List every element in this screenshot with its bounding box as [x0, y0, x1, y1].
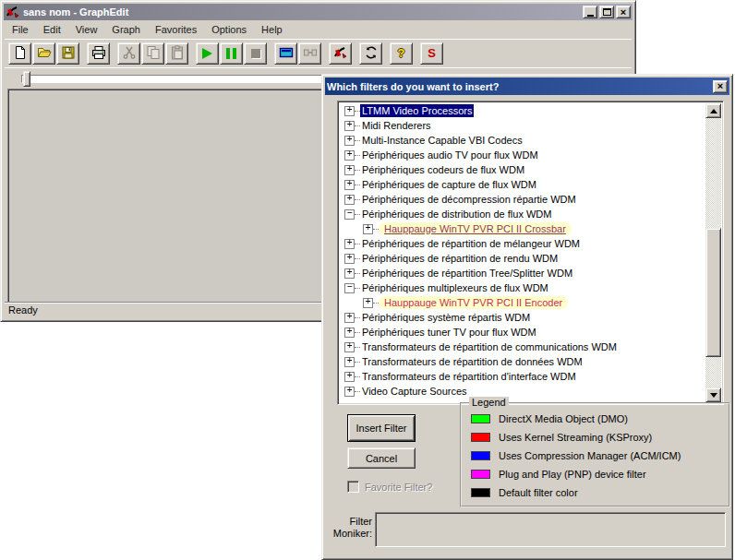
expand-plus-icon[interactable] — [344, 372, 355, 382]
scroll-up-icon[interactable] — [705, 103, 721, 118]
stats-button[interactable]: S — [420, 42, 443, 65]
filter-moniker-field[interactable] — [375, 512, 726, 547]
tree-item[interactable]: Transformateurs de répartition d'interfa… — [340, 369, 705, 384]
expand-plus-icon[interactable] — [363, 298, 373, 308]
expand-minus-icon[interactable] — [344, 209, 355, 220]
scroll-down-icon[interactable] — [705, 387, 721, 402]
tree-item[interactable]: Périphériques système répartis WDM — [340, 310, 705, 325]
minimize-icon[interactable] — [583, 6, 597, 18]
print-button[interactable] — [87, 42, 110, 65]
copy-button[interactable] — [141, 42, 164, 65]
tree-item[interactable]: Périphériques de répartition de rendu WD… — [340, 251, 705, 266]
stop-button[interactable] — [244, 42, 267, 65]
tree-item-label[interactable]: Transformateurs de répartition d'interfa… — [360, 370, 578, 383]
refresh-button[interactable] — [359, 42, 382, 65]
tree-item-label[interactable]: Périphériques de capture de flux WDM — [360, 178, 538, 191]
tree-item[interactable]: Périphériques de répartition de mélangeu… — [340, 236, 705, 251]
expand-plus-icon[interactable] — [344, 342, 355, 352]
tree-item[interactable]: Périphériques de distribution de flux WD… — [340, 207, 705, 221]
maximize-icon[interactable] — [599, 6, 614, 18]
tree-item[interactable]: Multi-Instance Capable VBI Codecs — [340, 133, 705, 148]
tree-item[interactable]: Périphériques tuner TV pour flux WDM — [340, 325, 705, 340]
tree-item[interactable]: Périphériques de décompression répartie … — [340, 192, 705, 207]
play-button[interactable] — [196, 42, 219, 65]
tree-item[interactable]: Hauppauge WinTV PVR PCI II Crossbar — [340, 221, 705, 236]
paste-button[interactable] — [165, 42, 188, 65]
tree-item-label[interactable]: Périphériques de répartition de mélangeu… — [360, 237, 582, 250]
expand-plus-icon[interactable] — [344, 313, 355, 323]
tree-item[interactable]: Périphériques codeurs de flux WDM — [340, 162, 705, 177]
tree-item-label[interactable]: Hauppauge WinTV PVR PCI II Crossbar — [379, 222, 572, 235]
menu-view[interactable]: View — [68, 22, 105, 37]
save-button[interactable] — [56, 42, 79, 65]
expand-plus-icon[interactable] — [344, 239, 355, 249]
filter-tree-list[interactable]: LTMM Video Processors Midi Renderers Mul… — [337, 101, 724, 405]
menu-edit[interactable]: Edit — [36, 22, 68, 37]
expand-plus-icon[interactable] — [344, 136, 355, 146]
cut-button[interactable] — [117, 42, 140, 65]
tree-item-label[interactable]: Périphériques de distribution de flux WD… — [360, 208, 553, 220]
close-icon[interactable]: × — [616, 6, 631, 18]
insert-filter-dialog-button[interactable]: Insert Filter — [347, 414, 416, 442]
tree-item-label[interactable]: Hauppauge WinTV PVR PCI II Encoder — [379, 296, 568, 309]
expand-plus-icon[interactable] — [344, 180, 355, 190]
tree-scrollbar[interactable] — [705, 103, 721, 402]
expand-minus-icon[interactable] — [344, 283, 355, 293]
graphedit-titlebar[interactable]: sans nom - GraphEdit × — [4, 4, 633, 20]
open-button[interactable] — [32, 42, 55, 65]
insert-filter-button[interactable] — [274, 42, 297, 65]
expand-plus-icon[interactable] — [344, 195, 355, 205]
tree-item-label[interactable]: Video Capture Sources — [360, 385, 469, 398]
menu-file[interactable]: File — [5, 22, 36, 37]
tree-item-label[interactable]: Transformateurs de répartition de commun… — [360, 340, 619, 353]
expand-plus-icon[interactable] — [344, 328, 355, 338]
scrollbar-thumb[interactable] — [705, 228, 721, 357]
tree-item-label[interactable]: Transformateurs de répartition de donnée… — [360, 355, 584, 368]
tree-item[interactable]: Périphériques de capture de flux WDM — [340, 177, 705, 192]
tree-item[interactable]: Transformateurs de répartition de commun… — [340, 340, 705, 354]
seek-slider-thumb[interactable] — [23, 71, 30, 87]
dialog-close-icon[interactable]: × — [713, 80, 728, 93]
favorite-filter-checkbox[interactable] — [347, 481, 359, 493]
expand-plus-icon[interactable] — [344, 387, 355, 397]
menu-graph[interactable]: Graph — [104, 22, 148, 37]
tree-item-label[interactable]: Périphériques de répartition Tree/Splitt… — [360, 267, 574, 280]
menu-favorites[interactable]: Favorites — [148, 22, 204, 37]
tree-item[interactable]: Video Capture Sources — [340, 384, 705, 399]
tree-item[interactable]: LTMM Video Processors — [340, 103, 705, 118]
menu-options[interactable]: Options — [204, 22, 254, 37]
dialog-titlebar[interactable]: Which filters do you want to insert? × — [325, 77, 729, 95]
tree-item-label[interactable]: Périphériques multiplexeurs de flux WDM — [360, 281, 550, 294]
tree-item-label[interactable]: Périphériques système répartis WDM — [360, 311, 532, 324]
graphedit-logo-button[interactable] — [329, 42, 352, 65]
expand-plus-icon[interactable] — [344, 165, 355, 175]
pause-button[interactable] — [220, 42, 243, 65]
expand-plus-icon[interactable] — [344, 357, 355, 367]
expand-plus-icon[interactable] — [344, 121, 355, 131]
expand-plus-icon[interactable] — [363, 224, 373, 234]
cancel-button[interactable]: Cancel — [347, 447, 416, 469]
tree-item-label[interactable]: Périphériques codeurs de flux WDM — [360, 163, 526, 176]
expand-plus-icon[interactable] — [344, 106, 355, 116]
help-button[interactable]: ? — [390, 42, 413, 65]
legend-groupbox: Legend DirectX Media Object (DMO) Uses K… — [460, 402, 730, 507]
tree-item[interactable]: Périphériques audio TV pour flux WDM — [340, 148, 705, 162]
expand-plus-icon[interactable] — [344, 150, 355, 161]
tree-item[interactable]: Périphériques de répartition Tree/Splitt… — [340, 266, 705, 280]
tree-item-label[interactable]: LTMM Video Processors — [360, 104, 474, 117]
menu-help[interactable]: Help — [254, 22, 290, 37]
tree-item[interactable]: Hauppauge WinTV PVR PCI II Encoder — [340, 295, 705, 310]
connect-pins-button[interactable] — [298, 42, 321, 65]
tree-item-label[interactable]: Périphériques audio TV pour flux WDM — [360, 149, 540, 161]
tree-item-label[interactable]: Périphériques tuner TV pour flux WDM — [360, 326, 538, 339]
tree-item[interactable]: Transformateurs de répartition de donnée… — [340, 354, 705, 369]
expand-plus-icon[interactable] — [344, 268, 355, 279]
tree-item-label[interactable]: Multi-Instance Capable VBI Codecs — [360, 134, 524, 147]
expand-plus-icon[interactable] — [344, 254, 355, 264]
tree-item-label[interactable]: Périphériques de décompression répartie … — [360, 193, 578, 206]
new-button[interactable] — [8, 42, 31, 65]
tree-item-label[interactable]: Périphériques de répartition de rendu WD… — [360, 252, 560, 265]
tree-item[interactable]: Périphériques multiplexeurs de flux WDM — [340, 280, 705, 295]
tree-item-label[interactable]: Midi Renderers — [360, 119, 433, 132]
tree-item[interactable]: Midi Renderers — [340, 118, 705, 133]
